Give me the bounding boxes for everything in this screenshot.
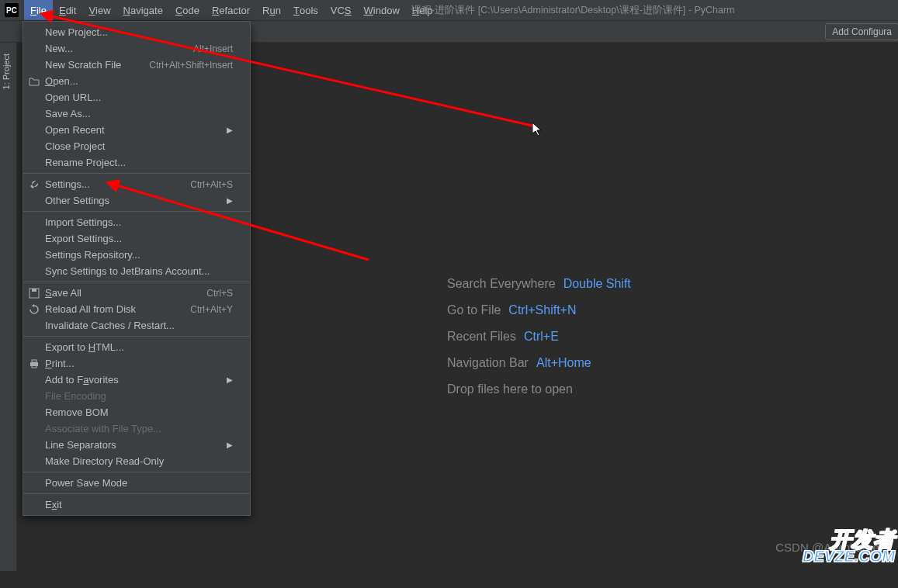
folder-open-icon [28, 75, 40, 88]
menu-item-label: Remove BOM [45, 406, 109, 418]
menu-item-associate: Associate with File Type... [23, 420, 250, 437]
menu-item-label: Close Project [45, 140, 105, 152]
menu-item-new[interactable]: New...Alt+Insert [23, 40, 250, 57]
file-menu-dropdown: New Project...New...Alt+InsertNew Scratc… [23, 21, 251, 516]
menu-navigate[interactable]: Navigate [117, 0, 169, 20]
menu-item-open-recent[interactable]: Open Recent▶ [23, 122, 250, 138]
save-icon [28, 287, 40, 299]
menu-item-export-html[interactable]: Export to HTML... [23, 339, 250, 355]
menu-item-label: Import Settings... [45, 216, 121, 228]
reload-icon [28, 303, 40, 316]
menu-separator [23, 336, 250, 337]
menu-item-remove-bom[interactable]: Remove BOM [23, 404, 250, 420]
menu-item-other-settings[interactable]: Other Settings▶ [23, 192, 250, 209]
left-tool-gutter: 1: Project [0, 43, 17, 571]
menu-item-label: Make Directory Read-Only [45, 455, 164, 467]
project-tool-tab[interactable]: 1: Project [0, 47, 12, 95]
menu-item-make-readonly[interactable]: Make Directory Read-Only [23, 453, 250, 469]
pycharm-icon: PC [3, 2, 20, 19]
menu-item-open-url[interactable]: Open URL... [23, 89, 250, 105]
menu-window[interactable]: Window [358, 0, 406, 20]
menu-item-label: Settings... [45, 178, 90, 190]
menu-item-save-all[interactable]: Save AllCtrl+S [23, 285, 250, 301]
menu-item-reload[interactable]: Reload All from DiskCtrl+Alt+Y [23, 301, 250, 317]
welcome-hint: Navigation Bar Alt+Home [447, 356, 631, 370]
menu-item-import-settings[interactable]: Import Settings... [23, 214, 250, 230]
menu-item-open[interactable]: Open... [23, 73, 250, 89]
menu-edit[interactable]: Edit [53, 0, 82, 20]
menu-item-add-favorites[interactable]: Add to Favorites▶ [23, 372, 250, 388]
print-icon [28, 358, 40, 370]
menu-run[interactable]: Run [256, 0, 287, 20]
menu-item-label: Open Recent [45, 124, 105, 136]
menu-item-label: Export Settings... [45, 233, 122, 244]
menu-item-label: Invalidate Caches / Restart... [45, 320, 175, 331]
menu-item-invalidate[interactable]: Invalidate Caches / Restart... [23, 317, 250, 334]
menu-item-label: Sync Settings to JetBrains Account... [45, 265, 210, 277]
devze-watermark: 开发者 DEVZE.COM [803, 530, 895, 563]
menu-tools[interactable]: Tools [287, 0, 324, 20]
menu-item-save-as[interactable]: Save As... [23, 105, 250, 122]
menu-separator [23, 282, 250, 282]
menu-item-label: New... [45, 43, 73, 54]
menu-item-label: Open URL... [45, 92, 101, 103]
welcome-hints: Search Everywhere Double ShiftGo to File… [447, 277, 631, 396]
menu-separator [23, 173, 250, 174]
menu-item-label: Open... [45, 75, 78, 87]
menu-item-settings[interactable]: Settings...Ctrl+Alt+S [23, 176, 250, 192]
menu-item-label: Add to Favorites [45, 374, 119, 386]
menu-item-label: Power Save Mode [45, 477, 127, 489]
menu-item-export-settings[interactable]: Export Settings... [23, 230, 250, 247]
menu-item-label: Save All [45, 287, 81, 299]
title-bar: PC FileEditViewNavigateCodeRefactorRunTo… [0, 0, 898, 21]
menu-item-power-save[interactable]: Power Save Mode [23, 475, 250, 491]
menu-item-label: Associate with File Type... [45, 423, 161, 434]
menu-item-label: Settings Repository... [45, 249, 140, 261]
welcome-drop-hint: Drop files here to open [447, 382, 631, 396]
menu-item-line-separators[interactable]: Line Separators▶ [23, 437, 250, 453]
menu-separator [23, 472, 250, 472]
menu-item-settings-repo[interactable]: Settings Repository... [23, 247, 250, 263]
menu-vcs[interactable]: VCS [324, 0, 358, 20]
svg-text:PC: PC [6, 6, 17, 15]
menu-file[interactable]: File [24, 0, 53, 20]
menu-item-rename-project[interactable]: Rename Project... [23, 154, 250, 171]
window-title: 课程-进阶课件 [C:\Users\Administrator\Desktop\… [411, 0, 735, 21]
menu-item-label: Other Settings [45, 195, 109, 206]
welcome-hint: Search Everywhere Double Shift [447, 277, 631, 291]
menu-view[interactable]: View [82, 0, 116, 20]
menu-item-exit[interactable]: Exit [23, 496, 250, 513]
menu-item-label: Print... [45, 358, 75, 369]
menu-item-label: New Project... [45, 26, 108, 38]
menu-item-label: File Encoding [45, 390, 106, 402]
menu-separator [23, 493, 250, 494]
menubar: FileEditViewNavigateCodeRefactorRunTools… [24, 0, 439, 20]
menu-item-label: Line Separators [45, 439, 116, 451]
menu-item-label: Rename Project... [45, 157, 126, 168]
menu-item-label: Exit [45, 499, 62, 510]
add-configuration-button[interactable]: Add Configura [825, 23, 898, 40]
menu-code[interactable]: Code [169, 0, 206, 20]
menu-item-file-encoding: File Encoding [23, 388, 250, 404]
menu-item-print[interactable]: Print... [23, 355, 250, 372]
menu-item-label: Reload All from Disk [45, 303, 136, 315]
menu-item-label: Export to HTML... [45, 341, 124, 353]
svg-rect-3 [32, 289, 36, 292]
welcome-hint: Go to File Ctrl+Shift+N [447, 303, 631, 317]
menu-item-new-scratch[interactable]: New Scratch FileCtrl+Alt+Shift+Insert [23, 57, 250, 73]
menu-item-close-project[interactable]: Close Project [23, 138, 250, 154]
svg-rect-5 [32, 360, 36, 362]
wrench-icon [28, 178, 40, 191]
menu-item-label: Save As... [45, 108, 91, 119]
welcome-hint: Recent Files Ctrl+E [447, 330, 631, 344]
menu-item-sync-settings[interactable]: Sync Settings to JetBrains Account... [23, 263, 250, 279]
menu-refactor[interactable]: Refactor [206, 0, 256, 20]
menu-item-new-project[interactable]: New Project... [23, 24, 250, 40]
menu-item-label: New Scratch File [45, 59, 121, 71]
menu-separator [23, 211, 250, 212]
svg-rect-6 [32, 365, 36, 368]
